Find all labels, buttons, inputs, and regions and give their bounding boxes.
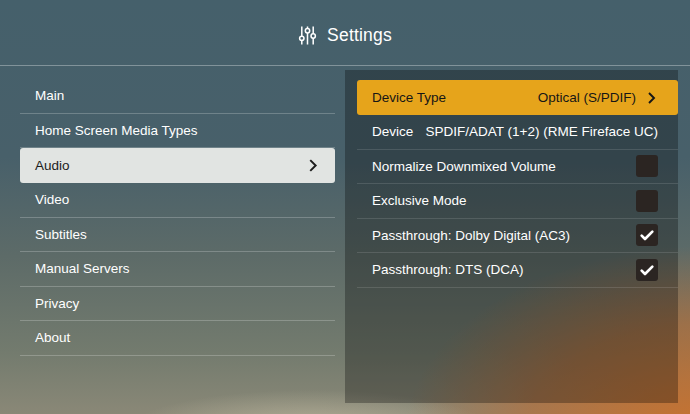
device-type-select[interactable]: Device Type Optical (S/PDIF) [357, 80, 678, 115]
settings-nav: Main Home Screen Media Types Audio Video… [20, 79, 335, 356]
passthrough-dts-row[interactable]: Passthrough: DTS (DCA) [357, 253, 678, 288]
sidebar-item-about[interactable]: About [20, 321, 335, 356]
exclusive-mode-label: Exclusive Mode [372, 193, 467, 208]
chevron-right-icon [646, 92, 658, 104]
device-type-label: Device Type [372, 90, 446, 105]
device-type-value: Optical (S/PDIF) [538, 90, 636, 105]
sidebar-item-label: Home Screen Media Types [35, 123, 198, 138]
sidebar-item-subtitles[interactable]: Subtitles [20, 218, 335, 253]
sidebar-item-label: Main [35, 88, 64, 103]
passthrough-ac3-label: Passthrough: Dolby Digital (AC3) [372, 228, 570, 243]
device-label: Device [372, 124, 413, 139]
sidebar-item-label: Video [35, 192, 69, 207]
sidebar-item-home-screen-media-types[interactable]: Home Screen Media Types [20, 114, 335, 149]
device-select[interactable]: Device SPDIF/ADAT (1+2) (RME Fireface UC… [357, 115, 678, 150]
passthrough-ac3-row[interactable]: Passthrough: Dolby Digital (AC3) [357, 219, 678, 254]
sidebar-item-manual-servers[interactable]: Manual Servers [20, 252, 335, 287]
check-icon [639, 227, 655, 243]
header-title-group: Settings [298, 25, 392, 46]
page-title: Settings [327, 25, 392, 46]
sidebar-item-label: About [35, 330, 70, 345]
sidebar-item-label: Audio [35, 158, 70, 173]
sidebar-item-label: Privacy [35, 296, 79, 311]
sidebar-item-privacy[interactable]: Privacy [20, 287, 335, 322]
sidebar-item-label: Subtitles [35, 227, 87, 242]
sliders-icon [298, 26, 317, 45]
passthrough-dts-label: Passthrough: DTS (DCA) [372, 262, 524, 277]
chevron-right-icon [307, 159, 320, 172]
check-icon [639, 262, 655, 278]
audio-settings-panel: Device Type Optical (S/PDIF) Device SPDI… [345, 70, 678, 403]
passthrough-dts-checkbox[interactable] [636, 259, 658, 281]
passthrough-ac3-checkbox[interactable] [636, 224, 658, 246]
exclusive-mode-checkbox[interactable] [636, 190, 658, 212]
normalize-downmixed-volume-row[interactable]: Normalize Downmixed Volume [357, 150, 678, 185]
normalize-downmixed-volume-checkbox[interactable] [636, 155, 658, 177]
sidebar-item-video[interactable]: Video [20, 183, 335, 218]
sidebar-item-label: Manual Servers [35, 261, 130, 276]
sidebar-item-audio[interactable]: Audio [20, 148, 335, 183]
normalize-downmixed-volume-label: Normalize Downmixed Volume [372, 159, 556, 174]
device-value: SPDIF/ADAT (1+2) (RME Fireface UC) [426, 124, 658, 139]
exclusive-mode-row[interactable]: Exclusive Mode [357, 184, 678, 219]
app-header: Settings [0, 0, 690, 66]
sidebar-item-main[interactable]: Main [20, 79, 335, 114]
